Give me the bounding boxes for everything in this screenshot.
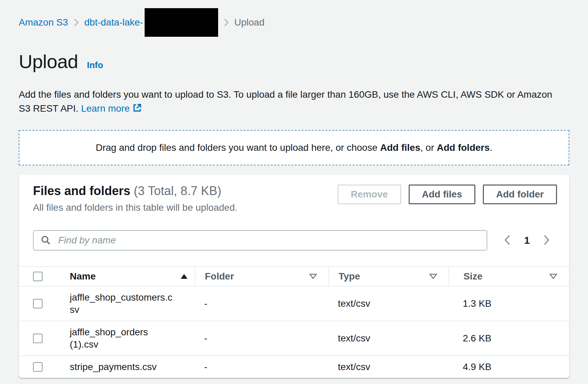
column-header-size[interactable]: Size xyxy=(448,267,569,286)
file-size: 2.6 KB xyxy=(448,328,569,349)
page-number-1[interactable]: 1 xyxy=(518,235,536,246)
drag-drop-zone[interactable]: Drag and drop files and folders you want… xyxy=(19,130,569,165)
learn-more-link[interactable]: Learn more xyxy=(81,103,142,114)
add-files-button[interactable]: Add files xyxy=(409,185,475,204)
breadcrumb-upload: Upload xyxy=(234,17,265,28)
row-select-cell xyxy=(19,287,52,321)
chevron-right-icon xyxy=(74,18,79,27)
remove-button[interactable]: Remove xyxy=(338,185,401,204)
breadcrumb-bucket-name[interactable]: dbt-data-lake- xyxy=(84,17,143,28)
previous-page-button[interactable] xyxy=(497,231,518,250)
file-size: 4.9 KB xyxy=(448,357,569,377)
file-type: text/csv xyxy=(328,293,448,314)
column-header-type[interactable]: Type xyxy=(328,267,448,286)
search-row: 1 xyxy=(19,230,569,251)
page-description: Add the files and folders you want to up… xyxy=(19,87,560,116)
file-type: text/csv xyxy=(328,357,448,377)
column-header-name[interactable]: Name xyxy=(52,267,195,286)
page-title: Upload xyxy=(19,50,78,73)
row-checkbox[interactable] xyxy=(33,299,43,308)
files-counter: (3 Total, 8.7 KB) xyxy=(134,184,221,198)
table-row: jaffle_shop_customers.csv - text/csv 1.3… xyxy=(19,287,569,321)
files-panel-caption: All files and folders in this table will… xyxy=(33,202,238,213)
select-all-cell xyxy=(19,267,52,286)
files-panel-title: Files and folders (3 Total, 8.7 KB) xyxy=(33,184,238,198)
table-header-row: Name Folder Type Size xyxy=(19,266,569,287)
file-name: stripe_payments.csv xyxy=(52,356,175,378)
files-table: Name Folder Type Size xyxy=(19,266,569,378)
search-input[interactable] xyxy=(33,230,487,251)
column-header-folder[interactable]: Folder xyxy=(195,267,328,286)
breadcrumb-amazon-s3[interactable]: Amazon S3 xyxy=(19,17,68,28)
chevron-right-icon xyxy=(224,18,229,27)
file-type: text/csv xyxy=(328,328,448,349)
external-link-icon xyxy=(132,102,142,116)
select-all-checkbox[interactable] xyxy=(33,272,43,281)
page-header: Upload Info xyxy=(19,50,588,73)
file-folder: - xyxy=(195,293,328,314)
file-size: 1.3 KB xyxy=(448,293,569,314)
files-panel-titles: Files and folders (3 Total, 8.7 KB) All … xyxy=(33,184,238,213)
row-checkbox[interactable] xyxy=(33,334,43,343)
info-link[interactable]: Info xyxy=(87,60,103,70)
files-panel: Files and folders (3 Total, 8.7 KB) All … xyxy=(19,175,569,378)
sortable-icon xyxy=(550,274,557,279)
sortable-icon xyxy=(309,274,317,279)
panel-actions: Remove Add files Add folder xyxy=(338,185,557,204)
pagination: 1 xyxy=(497,231,557,250)
chevron-right-icon xyxy=(543,234,550,247)
file-name: jaffle_shop_orders (1).csv xyxy=(52,321,175,355)
table-row: stripe_payments.csv - text/csv 4.9 KB xyxy=(19,356,569,378)
breadcrumb: Amazon S3 dbt-data-lake- Upload xyxy=(0,0,588,37)
sortable-icon xyxy=(429,274,437,279)
search-icon xyxy=(40,235,51,247)
table-row: jaffle_shop_orders (1).csv - text/csv 2.… xyxy=(19,321,569,356)
search-wrap xyxy=(33,230,487,251)
file-folder: - xyxy=(195,328,328,349)
row-select-cell xyxy=(19,356,52,378)
next-page-button[interactable] xyxy=(536,231,557,250)
files-panel-header: Files and folders (3 Total, 8.7 KB) All … xyxy=(19,175,569,213)
sort-ascending-icon xyxy=(180,274,188,279)
row-select-cell xyxy=(19,321,52,355)
row-checkbox[interactable] xyxy=(33,362,43,372)
file-name: jaffle_shop_customers.csv xyxy=(52,287,175,321)
chevron-left-icon xyxy=(504,234,511,247)
dropzone-text: Drag and drop files and folders you want… xyxy=(96,142,492,153)
redaction-box xyxy=(145,8,218,37)
file-folder: - xyxy=(195,357,328,377)
add-folder-button[interactable]: Add folder xyxy=(483,185,557,204)
